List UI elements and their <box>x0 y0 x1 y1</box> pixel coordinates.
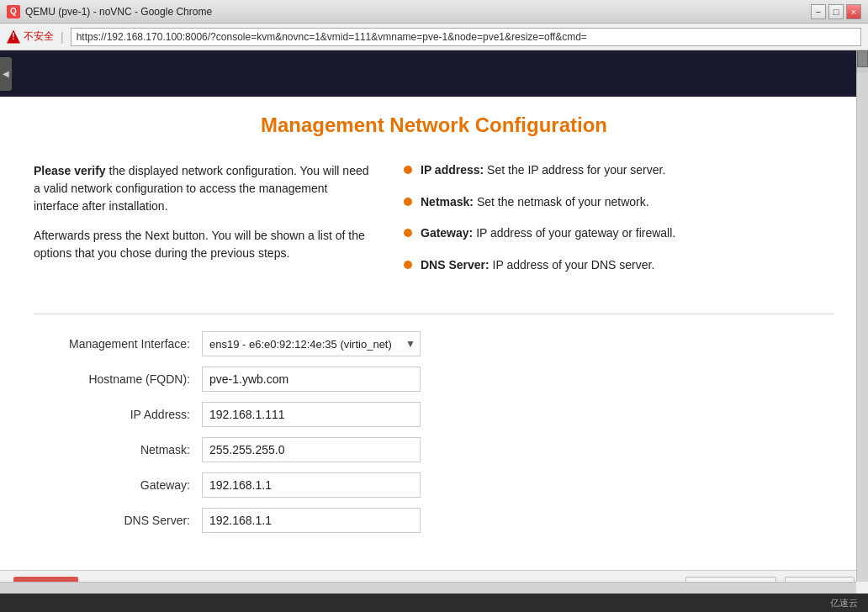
separator: | <box>61 30 64 44</box>
dns-server-input[interactable] <box>202 508 421 533</box>
list-item: IP address: Set the IP address for your … <box>404 162 834 179</box>
ip-address-label: IP Address: <box>34 408 202 421</box>
bullet-dot <box>404 166 412 174</box>
warning-triangle-icon: ! <box>7 30 20 44</box>
bullet-text-ip: IP address: Set the IP address for your … <box>421 162 665 179</box>
bullet-label-dns: DNS Server: <box>421 258 490 272</box>
bullet-dot <box>404 198 412 206</box>
maximize-button[interactable]: □ <box>828 4 844 19</box>
form-section: Management Interface: ens19 - e6:e0:92:1… <box>34 314 834 533</box>
security-label: 不安全 <box>24 29 54 44</box>
list-item: DNS Server: IP address of your DNS serve… <box>404 257 834 274</box>
list-item: Netmask: Set the netmask of your network… <box>404 194 834 211</box>
right-panel: IP address: Set the IP address for your … <box>404 162 834 288</box>
hostname-label: Hostname (FQDN): <box>34 372 202 386</box>
address-input[interactable] <box>71 28 861 46</box>
security-warning: ! 不安全 <box>7 29 54 44</box>
bullet-desc-ip: Set the IP address for your server. <box>484 163 665 177</box>
dns-server-row: DNS Server: <box>34 508 834 533</box>
bold-verify: Please verify <box>34 164 106 177</box>
vnc-left-handle[interactable]: ◀ <box>0 57 12 91</box>
footer-bar: 亿速云 <box>0 594 868 612</box>
vnc-scrollbar-thumb[interactable] <box>857 50 868 67</box>
app-icon: Q <box>7 5 20 18</box>
vnc-area: ◀ <box>0 50 868 97</box>
bullet-list: IP address: Set the IP address for your … <box>404 162 834 273</box>
ip-address-row: IP Address: <box>34 402 834 427</box>
bullet-label-ip: IP address: <box>421 163 484 177</box>
description-paragraph-1: Please verify the displayed network conf… <box>34 162 370 215</box>
footer-watermark: 亿速云 <box>830 597 858 609</box>
dns-server-label: DNS Server: <box>34 514 202 527</box>
bullet-text-netmask: Netmask: Set the netmask of your network… <box>421 194 649 211</box>
bullet-dot <box>404 261 412 269</box>
management-interface-wrapper: ens19 - e6:e0:92:12:4e:35 (virtio_net) ▼ <box>202 331 421 356</box>
address-bar: ! 不安全 | <box>0 24 868 50</box>
bullet-dot <box>404 229 412 237</box>
vertical-scrollbar[interactable] <box>856 73 868 582</box>
minimize-button[interactable]: − <box>811 4 826 19</box>
gateway-input[interactable] <box>202 472 421 498</box>
bullet-text-gateway: Gateway: IP address of your gateway or f… <box>421 225 675 242</box>
ip-address-input[interactable] <box>202 402 421 427</box>
list-item: Gateway: IP address of your gateway or f… <box>404 225 834 242</box>
window-title: QEMU (pve-1) - noVNC - Google Chrome <box>25 6 806 18</box>
close-button[interactable]: × <box>846 4 861 19</box>
bullet-desc-netmask: Set the netmask of your network. <box>474 195 649 208</box>
management-interface-label: Management Interface: <box>34 337 202 351</box>
bullet-desc-dns: IP address of your DNS server. <box>490 258 655 272</box>
window-controls: − □ × <box>811 4 861 19</box>
bullet-label-gateway: Gateway: <box>421 226 473 240</box>
netmask-row: Netmask: <box>34 437 834 462</box>
horizontal-scrollbar[interactable] <box>0 582 856 594</box>
gateway-label: Gateway: <box>34 478 202 492</box>
bullet-label-netmask: Netmask: <box>421 195 474 208</box>
installer-content: Management Network Configuration Please … <box>0 97 868 576</box>
bullet-text-dns: DNS Server: IP address of your DNS serve… <box>421 257 654 274</box>
gateway-row: Gateway: <box>34 472 834 498</box>
hostname-input[interactable] <box>202 367 421 392</box>
left-panel: Please verify the displayed network conf… <box>34 162 370 288</box>
description-paragraph-2: Afterwards press the Next button. You wi… <box>34 227 370 262</box>
netmask-label: Netmask: <box>34 443 202 456</box>
page-title: Management Network Configuration <box>34 113 834 137</box>
hostname-row: Hostname (FQDN): <box>34 367 834 392</box>
netmask-input[interactable] <box>202 437 421 462</box>
content-area: Please verify the displayed network conf… <box>34 162 834 288</box>
management-interface-row: Management Interface: ens19 - e6:e0:92:1… <box>34 331 834 356</box>
title-bar: Q QEMU (pve-1) - noVNC - Google Chrome −… <box>0 0 868 24</box>
management-interface-select[interactable]: ens19 - e6:e0:92:12:4e:35 (virtio_net) <box>202 331 421 356</box>
bullet-desc-gateway: IP address of your gateway or firewall. <box>473 226 675 240</box>
